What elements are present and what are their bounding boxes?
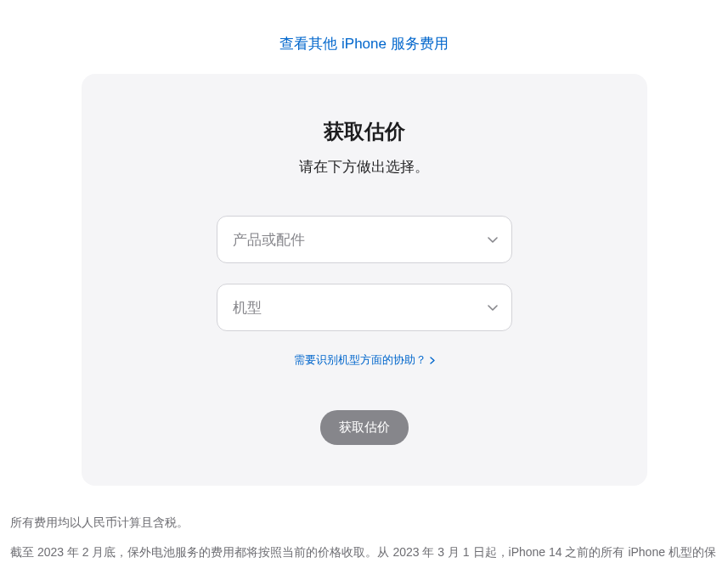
footer-line-2-pre: 截至 2023 年 2 月底，保外电池服务的费用都将按照当前的价格收取。从 20…: [10, 545, 716, 563]
card-title: 获取估价: [116, 118, 613, 145]
footer-line-1: 所有费用均以人民币计算且含税。: [10, 510, 718, 536]
identify-model-help-link[interactable]: 需要识别机型方面的协助？: [294, 352, 435, 368]
product-select-wrap: 产品或配件: [217, 216, 512, 263]
model-select-placeholder: 机型: [233, 298, 262, 318]
model-select[interactable]: 机型: [217, 284, 512, 331]
footer-notes: 所有费用均以人民币计算且含税。 截至 2023 年 2 月底，保外电池服务的费用…: [0, 486, 728, 563]
estimate-card: 获取估价 请在下方做出选择。 产品或配件 机型 需要识别机型方面的协助？ 获取估…: [82, 74, 647, 486]
model-select-wrap: 机型: [217, 284, 512, 331]
get-estimate-button[interactable]: 获取估价: [320, 410, 409, 445]
product-select[interactable]: 产品或配件: [217, 216, 512, 263]
product-select-placeholder: 产品或配件: [233, 230, 305, 250]
other-services-link[interactable]: 查看其他 iPhone 服务费用: [279, 36, 448, 52]
chevron-right-icon: [430, 357, 435, 364]
card-subtitle: 请在下方做出选择。: [116, 157, 613, 177]
other-services-link-container: 查看其他 iPhone 服务费用: [0, 0, 728, 74]
help-link-text: 需要识别机型方面的协助？: [294, 352, 426, 368]
footer-line-2: 截至 2023 年 2 月底，保外电池服务的费用都将按照当前的价格收取。从 20…: [10, 539, 718, 563]
